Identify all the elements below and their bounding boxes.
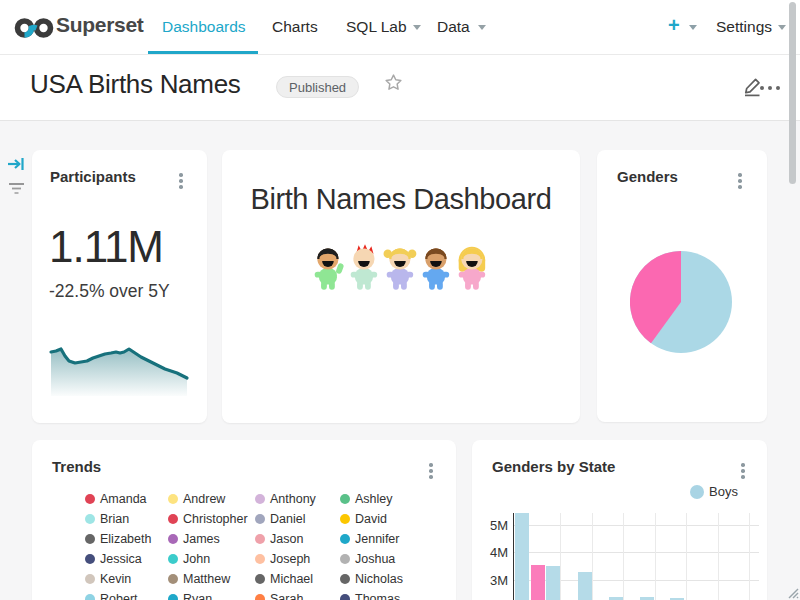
bar bbox=[578, 572, 592, 600]
trends-legend-item[interactable]: Jessica bbox=[85, 549, 168, 569]
gridline bbox=[718, 513, 719, 600]
nav-dashboards[interactable]: Dashboards bbox=[162, 18, 246, 36]
genders-pie-chart[interactable] bbox=[630, 251, 732, 353]
trends-legend-item[interactable]: Joseph bbox=[255, 549, 340, 569]
legend-label: Matthew bbox=[183, 572, 230, 586]
filter-icon[interactable] bbox=[7, 181, 26, 200]
dashboard-header: USA Births Names Published bbox=[0, 55, 800, 121]
gridline bbox=[513, 525, 759, 526]
trends-legend-item[interactable]: Jason bbox=[255, 529, 340, 549]
legend-label: Michael bbox=[270, 572, 313, 586]
gridline bbox=[686, 513, 687, 600]
trends-legend-item[interactable]: Sarah bbox=[255, 589, 340, 600]
bar bbox=[609, 597, 623, 600]
trends-legend-item[interactable]: John bbox=[168, 549, 255, 569]
bar bbox=[640, 597, 654, 600]
trends-legend-item[interactable]: Ashley bbox=[340, 489, 440, 509]
more-actions-icon[interactable] bbox=[760, 86, 780, 90]
trends-legend-item[interactable]: Brian bbox=[85, 509, 168, 529]
page-title: USA Births Names bbox=[30, 69, 241, 100]
trends-legend-item[interactable]: Anthony bbox=[255, 489, 340, 509]
trends-legend-item[interactable]: Michael bbox=[255, 569, 340, 589]
resize-handle[interactable] bbox=[785, 585, 799, 600]
trend-delta: -22.5% over 5Y bbox=[49, 281, 170, 302]
chevron-down-icon bbox=[478, 25, 486, 30]
bar bbox=[546, 566, 560, 600]
bar-chart-plot: 5M 4M 3M bbox=[472, 440, 767, 600]
legend-label: Daniel bbox=[270, 512, 305, 526]
legend-dot bbox=[340, 514, 350, 524]
trends-legend: AmandaAndrewAnthonyAshleyBrianChristophe… bbox=[85, 489, 440, 600]
legend-label: Elizabeth bbox=[100, 532, 151, 546]
chart-title: Genders bbox=[617, 168, 678, 185]
legend-dot bbox=[85, 554, 95, 564]
legend-label: Jennifer bbox=[355, 532, 399, 546]
trends-legend-item[interactable]: Thomas bbox=[340, 589, 440, 600]
trends-legend-item[interactable]: James bbox=[168, 529, 255, 549]
legend-dot bbox=[85, 574, 95, 584]
legend-label: John bbox=[183, 552, 210, 566]
legend-dot bbox=[168, 554, 178, 564]
trends-legend-item[interactable]: Robert bbox=[85, 589, 168, 600]
chart-title: Trends bbox=[52, 458, 101, 475]
nav-data[interactable]: Data bbox=[437, 18, 470, 36]
legend-dot bbox=[255, 554, 265, 564]
scrollbar-thumb[interactable] bbox=[789, 2, 796, 184]
favorite-star-icon[interactable] bbox=[383, 72, 404, 97]
trends-legend-item[interactable]: Kevin bbox=[85, 569, 168, 589]
legend-label: Joseph bbox=[270, 552, 310, 566]
legend-label: Jessica bbox=[100, 552, 142, 566]
legend-dot bbox=[340, 594, 350, 600]
gridline bbox=[749, 513, 750, 600]
legend-dot bbox=[255, 534, 265, 544]
trends-legend-item[interactable]: Amanda bbox=[85, 489, 168, 509]
legend-dot bbox=[340, 554, 350, 564]
new-item-button[interactable]: + bbox=[668, 14, 680, 37]
legend-dot bbox=[85, 534, 95, 544]
trends-legend-item[interactable]: Matthew bbox=[168, 569, 255, 589]
active-tab-underline bbox=[148, 51, 258, 54]
chart-menu-icon[interactable] bbox=[735, 170, 745, 192]
chart-menu-icon[interactable] bbox=[176, 170, 186, 192]
nav-charts[interactable]: Charts bbox=[272, 18, 318, 36]
legend-dot bbox=[168, 574, 178, 584]
legend-label: Ashley bbox=[355, 492, 393, 506]
legend-label: Kevin bbox=[100, 572, 131, 586]
trends-legend-item[interactable]: Ryan bbox=[168, 589, 255, 600]
genders-by-state-card: Genders by State Boys 5M 4M 3M bbox=[472, 440, 767, 600]
trends-legend-item[interactable]: Daniel bbox=[255, 509, 340, 529]
legend-label: Christopher bbox=[183, 512, 248, 526]
brand-name[interactable]: Superset bbox=[56, 13, 143, 37]
trends-legend-item[interactable]: Jennifer bbox=[340, 529, 440, 549]
nav-sql-lab[interactable]: SQL Lab bbox=[346, 18, 407, 36]
legend-dot bbox=[340, 494, 350, 504]
participants-card: Participants 1.11M -22.5% over 5Y bbox=[32, 150, 207, 423]
trends-legend-item[interactable]: Andrew bbox=[168, 489, 255, 509]
chart-menu-icon[interactable] bbox=[426, 460, 436, 482]
dashboard-content: Participants 1.11M -22.5% over 5Y Birth … bbox=[0, 121, 800, 600]
legend-label: Anthony bbox=[270, 492, 316, 506]
gridline bbox=[623, 513, 624, 600]
legend-dot bbox=[168, 514, 178, 524]
trends-legend-item[interactable]: Nicholas bbox=[340, 569, 440, 589]
gridline bbox=[513, 552, 759, 553]
nav-settings[interactable]: Settings bbox=[716, 18, 772, 36]
trends-legend-item[interactable]: Joshua bbox=[340, 549, 440, 569]
chevron-down-icon bbox=[689, 25, 697, 30]
legend-dot bbox=[168, 494, 178, 504]
genders-card: Genders bbox=[597, 150, 767, 422]
legend-dot bbox=[255, 514, 265, 524]
legend-label: Sarah bbox=[270, 592, 303, 600]
legend-label: Brian bbox=[100, 512, 129, 526]
big-number-value: 1.11M bbox=[49, 222, 163, 272]
expand-filter-bar-icon[interactable] bbox=[7, 155, 26, 177]
trends-legend-item[interactable]: Christopher bbox=[168, 509, 255, 529]
y-axis-line bbox=[513, 513, 514, 600]
legend-dot bbox=[85, 594, 95, 600]
trends-legend-item[interactable]: David bbox=[340, 509, 440, 529]
gridline bbox=[560, 513, 561, 600]
trends-legend-item[interactable]: Elizabeth bbox=[85, 529, 168, 549]
published-badge[interactable]: Published bbox=[276, 76, 359, 98]
superset-logo-icon[interactable] bbox=[14, 15, 54, 45]
gridline bbox=[655, 513, 656, 600]
